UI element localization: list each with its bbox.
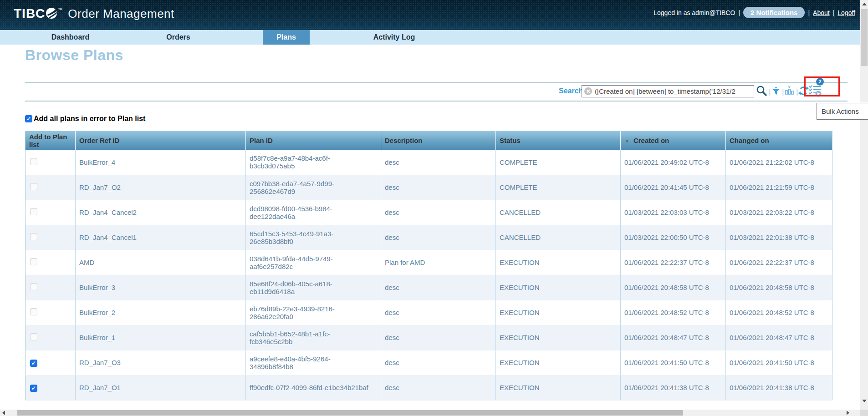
cell-changed-on: 01/06/2021 20:41:50 UTC-8 — [726, 350, 832, 375]
search-input[interactable]: ([Created on] [between] to_timestamp('12… — [582, 85, 754, 97]
cell-created-on: 01/06/2021 20:41:45 UTC-8 — [621, 175, 726, 200]
tab-plans[interactable]: Plans — [232, 30, 340, 45]
column-header-add-to-plan-list[interactable]: Add to Plan list — [26, 131, 76, 150]
column-chart-icon[interactable] — [785, 86, 795, 97]
cell-plan-id: d58f7c8e-a9a7-48b4-ac6f-b3cb3d075ab5 — [246, 150, 381, 175]
cell-created-on: 01/06/2021 20:41:38 UTC-8 — [621, 375, 726, 400]
cell-description: desc — [381, 200, 496, 225]
cell-status: EXECUTION — [496, 250, 621, 275]
product-name: Order Management — [68, 7, 174, 21]
horizontal-scrollbar[interactable] — [0, 410, 860, 416]
cell-created-on: 01/06/2021 20:49:02 UTC-8 — [621, 150, 726, 175]
app-header: TIBC ™ Order Management Logged in as adm… — [0, 0, 868, 30]
separator: | — [796, 87, 798, 96]
cell-order-ref-id[interactable]: BulkError_3 — [76, 275, 246, 300]
cell-description: desc — [381, 300, 496, 325]
cell-status: CANCELLED — [496, 225, 621, 250]
cell-order-ref-id[interactable]: RD_Jan4_Cancel2 — [76, 200, 246, 225]
cell-description: Plan for AMD_ — [381, 250, 496, 275]
column-header-plan-id[interactable]: Plan ID — [246, 131, 381, 150]
cell-order-ref-id[interactable]: AMD_ — [76, 250, 246, 275]
cell-add-to-plan-list — [26, 250, 76, 275]
row-checkbox[interactable] — [30, 208, 37, 215]
column-header-created-on[interactable]: ▼Created on — [621, 131, 726, 150]
scroll-up-arrow-icon[interactable] — [862, 3, 867, 5]
cell-description: desc — [381, 325, 496, 350]
row-checkbox[interactable]: ✓ — [30, 360, 37, 367]
cell-order-ref-id[interactable]: RD_Jan7_O2 — [76, 175, 246, 200]
bulk-actions-icon[interactable] — [809, 84, 822, 99]
scroll-down-arrow-icon[interactable] — [862, 400, 867, 402]
table-row: RD_Jan4_Cancel165cd15c3-5453-4c49-91a3-2… — [26, 225, 832, 250]
filter-icon[interactable] — [771, 87, 781, 97]
cell-add-to-plan-list: ✓ — [26, 350, 76, 375]
cell-changed-on: 01/06/2021 20:41:38 UTC-8 — [726, 375, 832, 400]
cell-created-on: 01/06/2021 20:48:52 UTC-8 — [621, 300, 726, 325]
separator: | — [833, 9, 835, 16]
cell-created-on: 01/06/2021 20:48:47 UTC-8 — [621, 325, 726, 350]
row-checkbox[interactable] — [30, 308, 37, 315]
column-header-changed-on[interactable]: Changed on — [726, 131, 832, 150]
sort-descending-icon: ▼ — [624, 138, 630, 144]
cell-order-ref-id[interactable]: BulkError_4 — [76, 150, 246, 175]
cell-order-ref-id[interactable]: BulkError_1 — [76, 325, 246, 350]
cell-changed-on: 01/06/2021 21:21:59 UTC-8 — [726, 175, 832, 200]
table-row: ✓RD_Jan7_O1ff90edfc-07f2-4099-86fd-e1be3… — [26, 375, 832, 400]
add-all-error-plans-checkbox[interactable]: ✓ — [25, 115, 32, 122]
separator: | — [769, 87, 771, 96]
row-checkbox[interactable] — [30, 333, 37, 340]
clear-search-icon[interactable] — [584, 87, 592, 95]
table-row: ✓RD_Jan7_O3a9ceefe8-e40a-4bf5-9264-34896… — [26, 350, 832, 375]
tab-orders[interactable]: Orders — [124, 30, 232, 45]
column-header-status[interactable]: Status — [496, 131, 621, 150]
cell-created-on: 01/03/2021 22:00:50 UTC-8 — [621, 225, 726, 250]
refresh-icon[interactable] — [798, 86, 809, 98]
plans-table-body: BulkError_4d58f7c8e-a9a7-48b4-ac6f-b3cb3… — [26, 150, 832, 400]
bulk-actions-tooltip: Bulk Actions — [817, 103, 868, 120]
cell-plan-id: caf5b5b1-b652-48b1-a1fc-fcb346e5c2bb — [246, 325, 381, 350]
cell-add-to-plan-list — [26, 275, 76, 300]
cell-order-ref-id[interactable]: RD_Jan7_O1 — [76, 375, 246, 400]
cell-order-ref-id[interactable]: RD_Jan7_O3 — [76, 350, 246, 375]
cell-changed-on: 01/06/2021 22:22:37 UTC-8 — [726, 250, 832, 275]
cell-status: COMPLETE — [496, 175, 621, 200]
cell-created-on: 01/06/2021 20:41:50 UTC-8 — [621, 350, 726, 375]
horizontal-scrollbar-thumb[interactable] — [17, 410, 683, 416]
cell-add-to-plan-list — [26, 150, 76, 175]
scroll-left-arrow-icon[interactable] — [2, 411, 5, 415]
cell-order-ref-id[interactable]: RD_Jan4_Cancel1 — [76, 225, 246, 250]
column-header-order-ref-id[interactable]: Order Ref ID — [76, 131, 246, 150]
tab-activity-log-label: Activity Log — [360, 30, 429, 45]
scroll-right-arrow-icon[interactable] — [847, 411, 849, 415]
search-label[interactable]: Search — [559, 87, 583, 95]
notifications-button[interactable]: 2 Notifications — [743, 7, 805, 18]
cell-plan-id: 65cd15c3-5453-4c49-91a3-26e85b3d8bf0 — [246, 225, 381, 250]
cell-status: EXECUTION — [496, 275, 621, 300]
tab-activity-log[interactable]: Activity Log — [340, 30, 448, 45]
cell-add-to-plan-list — [26, 325, 76, 350]
cell-order-ref-id[interactable]: BulkError_2 — [76, 300, 246, 325]
table-row: BulkError_2eb76d89b-22e3-4939-8216-286a6… — [26, 300, 832, 325]
tibco-logo: TIBC ™ Order Management — [14, 6, 174, 21]
row-checkbox[interactable] — [30, 258, 37, 265]
row-checkbox[interactable] — [30, 183, 37, 190]
about-link[interactable]: About — [813, 9, 830, 16]
row-checkbox[interactable]: ✓ — [30, 385, 37, 392]
cell-changed-on: 01/06/2021 20:48:58 UTC-8 — [726, 275, 832, 300]
cell-add-to-plan-list — [26, 225, 76, 250]
vertical-scrollbar-thumb[interactable] — [861, 9, 868, 66]
logoff-link[interactable]: Logoff — [837, 9, 855, 16]
row-checkbox[interactable] — [30, 158, 37, 165]
cell-plan-id: dcd98098-fd00-4536-b984-dee122dae46a — [246, 200, 381, 225]
add-all-error-plans-label: Add all plans in error to Plan list — [34, 115, 145, 123]
row-checkbox[interactable] — [30, 283, 37, 290]
search-icon[interactable] — [756, 85, 767, 98]
table-row: RD_Jan7_O2c097bb38-eda7-4a57-9d99-256862… — [26, 175, 832, 200]
column-header-description[interactable]: Description — [381, 131, 496, 150]
trademark-symbol: ™ — [58, 7, 62, 12]
table-header-row: Add to Plan listOrder Ref IDPlan IDDescr… — [26, 131, 832, 150]
row-checkbox[interactable] — [30, 233, 37, 240]
tab-dashboard[interactable]: Dashboard — [16, 30, 124, 45]
vertical-scrollbar[interactable] — [860, 0, 868, 410]
cell-description: desc — [381, 175, 496, 200]
